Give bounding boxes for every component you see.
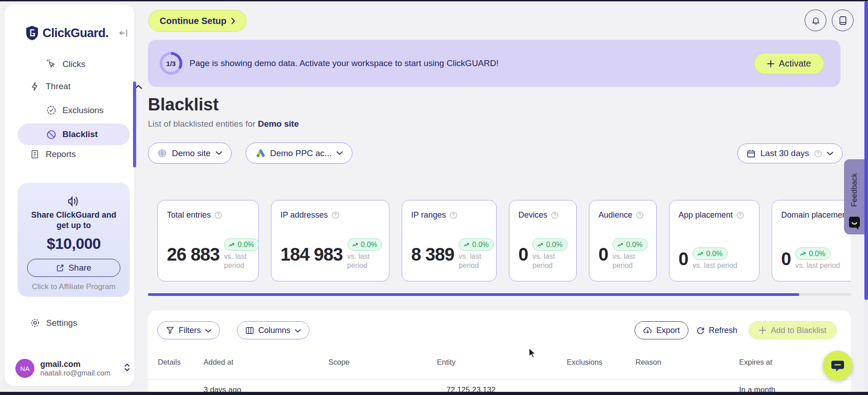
columns-icon [246,327,254,334]
export-button[interactable]: Export [635,321,688,339]
table-header-divider [148,379,851,380]
sidebar-item-label: Settings [46,318,77,328]
feedback-smiley-icon [849,216,860,232]
ppc-account-selector[interactable]: Demo PPC ac... [246,143,352,164]
cards-horizontal-scrollbar[interactable] [148,293,851,296]
subtitle-target: Demo site [258,119,299,128]
help-docs-button[interactable] [832,10,854,31]
stat-card-ip-ranges: IP ranges 8 389 0.0% vs. last period [402,200,497,281]
sidebar-scrollbar[interactable] [133,81,136,167]
promo-amount: $10,000 [18,235,130,252]
banner-message: Page is showing demo data. Activate your… [190,40,498,87]
add-to-blacklist-label: Add to Blacklist [771,326,826,335]
user-email: naatali.ro@gmail.com [40,369,110,377]
sidebar-item-blacklist[interactable]: Blacklist [18,124,130,145]
activate-button[interactable]: Activate [754,53,824,74]
filters-label: Filters [179,326,201,335]
page-horizontal-scrollbar[interactable] [0,392,868,395]
question-circle-icon[interactable] [332,211,339,219]
filters-dropdown[interactable]: Filters [157,321,220,339]
add-to-blacklist-button[interactable]: Add to Blacklist [749,321,837,339]
question-circle-icon[interactable] [551,211,559,219]
affiliate-promo-card[interactable]: Share ClickGuard and get up to $10,000 S… [18,183,130,297]
chat-launcher-button[interactable] [823,351,853,381]
book-icon [839,16,847,25]
stat-card-ip-addresses: IP addresses 184 983 0.0% vs. last perio… [271,200,389,281]
stat-change-badge: 0.0% [224,238,259,251]
refresh-button[interactable]: Refresh [696,321,737,339]
demo-data-banner: 1/3 Page is showing demo data. Activate … [148,40,840,87]
plus-icon [767,60,774,67]
chevron-down-icon [216,151,222,155]
gear-icon [30,318,40,328]
sidebar-item-threat[interactable]: Threat [30,81,125,91]
stat-vs-label: vs. last period [612,252,646,270]
date-range-selector[interactable]: Last 30 days [737,143,843,163]
stat-value: 0 [678,249,688,269]
columns-label: Columns [258,326,290,335]
trend-up-icon [617,243,623,247]
cursor-click-icon [46,59,57,69]
setup-progress-ring: 1/3 [160,52,182,75]
trend-up-icon [229,243,235,247]
bell-icon [811,16,821,25]
column-header-exclusions[interactable]: Exclusions [567,358,602,366]
question-circle-icon [814,150,822,157]
sidebar-item-clicks[interactable]: Clicks [46,59,85,69]
sidebar-item-settings[interactable]: Settings [30,318,77,328]
column-header-reason[interactable]: Reason [636,358,661,366]
question-circle-icon[interactable] [214,211,222,219]
column-header-details[interactable]: Details [158,358,180,366]
trend-up-icon [464,243,470,247]
notifications-button[interactable] [805,10,826,31]
page-scrollbar-thumb[interactable] [864,1,868,300]
sidebar-item-reports[interactable]: Reports [30,149,76,159]
column-header-scope[interactable]: Scope [328,358,350,366]
workspace-switcher[interactable]: NA gmail.com naatali.ro@gmail.com [15,359,130,378]
chevron-up-down-icon [124,363,130,374]
check-badge-icon [46,105,57,115]
stat-change-badge: 0.0% [693,247,727,260]
sidebar: ClickGuard. Clicks Threat Exclusions [5,5,134,386]
external-link-icon [56,264,64,272]
feedback-tab[interactable]: Feedback [844,159,865,234]
chevron-down-icon [295,326,301,335]
ban-icon [46,129,57,140]
feedback-label: Feedback [850,173,859,207]
question-circle-icon[interactable] [450,211,457,219]
column-header-expires-at[interactable]: Expires at [739,358,772,366]
trend-up-icon [352,243,358,247]
stat-label: IP ranges [411,210,446,220]
site-selector-value: Demo site [172,148,211,158]
cloud-download-icon [643,326,652,334]
stat-card-devices: Devices 0 0.0% vs. last period [509,200,577,281]
column-header-entity[interactable]: Entity [437,358,455,366]
share-button[interactable]: Share [27,259,120,277]
page-subtitle: List of blacklisted entities for Demo si… [148,119,299,129]
window-top-edge [0,0,868,1]
columns-dropdown[interactable]: Columns [237,321,309,339]
share-button-label: Share [68,263,91,273]
table-header-row: Details Added at Scope Entity Exclusions… [148,358,851,369]
chat-bubble-icon [831,359,844,372]
document-icon [30,149,40,159]
promo-text-line2: get up to [18,220,130,231]
continue-setup-label: Continue Setup [160,16,227,26]
promo-text-line1: Share ClickGuard and [18,210,130,220]
question-circle-icon[interactable] [636,211,644,219]
stat-vs-label: vs. last period [795,261,840,270]
stat-change-badge: 0.0% [612,238,647,251]
column-header-added-at[interactable]: Added at [204,358,233,366]
sidebar-collapse-button[interactable] [119,28,128,40]
chevron-down-icon [205,326,211,335]
logo-text: ClickGuard. [43,26,109,40]
continue-setup-button[interactable]: Continue Setup [148,10,247,32]
question-circle-icon[interactable] [736,211,744,219]
sidebar-item-exclusions[interactable]: Exclusions [46,105,104,115]
setup-progress-label: 1/3 [166,60,176,67]
site-selector[interactable]: Demo site [148,143,232,164]
sidebar-item-label: Exclusions [62,105,104,115]
page-title: Blacklist [148,95,218,114]
stat-label: Audience [598,210,632,220]
cards-scrollbar-thumb[interactable] [148,293,799,296]
